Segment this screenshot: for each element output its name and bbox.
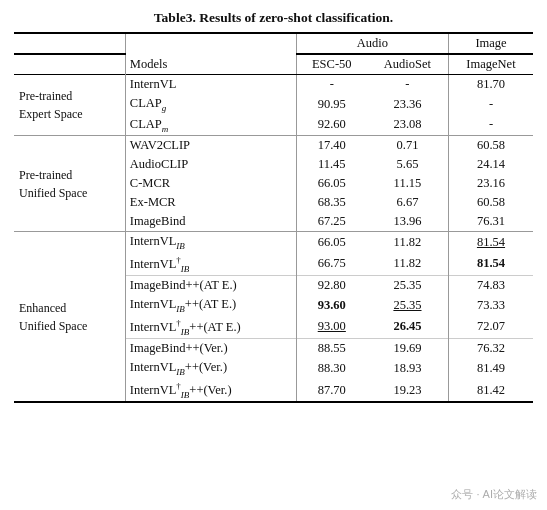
table-caption: Table3. Results of zero-shot classificat…: [14, 10, 533, 26]
table-row: Pre-trained Expert SpaceInternVL--81.70: [14, 75, 533, 95]
header-models: Models: [125, 33, 296, 75]
header-audioset: AudioSet: [367, 54, 449, 75]
table-row: Pre-trained Unified SpaceWAV2CLIP17.400.…: [14, 136, 533, 156]
header-esc50: ESC-50: [296, 54, 367, 75]
header-row-1: Models Audio Image: [14, 33, 533, 54]
group-label-cell: Enhanced Unified Space: [14, 232, 125, 403]
header-imagenet: ImageNet: [448, 54, 533, 75]
results-table: Models Audio Image ESC-50 AudioSet Image…: [14, 32, 533, 403]
header-group-empty: [14, 33, 125, 54]
header-group-empty2: [14, 54, 125, 75]
caption-text: . Results of zero-shot classification.: [192, 10, 393, 25]
header-image-group: Image: [448, 33, 533, 54]
table-row: Enhanced Unified SpaceInternVLIB66.0511.…: [14, 232, 533, 253]
group-label-cell: Pre-trained Unified Space: [14, 136, 125, 232]
table-body: Pre-trained Expert SpaceInternVL--81.70C…: [14, 75, 533, 403]
header-audio-group: Audio: [296, 33, 448, 54]
caption-table-word: Table: [154, 10, 186, 25]
watermark: 众号 · AI论文解读: [451, 487, 537, 502]
group-label-cell: Pre-trained Expert Space: [14, 75, 125, 136]
